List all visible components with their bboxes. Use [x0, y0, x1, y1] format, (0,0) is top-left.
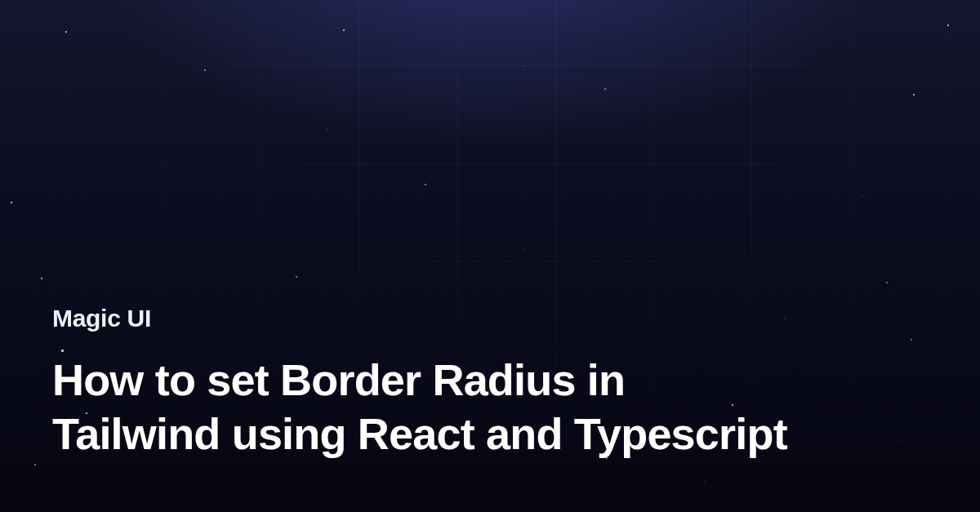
page-title: How to set Border Radius in Tailwind usi… [52, 354, 787, 461]
hero-content: Magic UI How to set Border Radius in Tai… [52, 305, 787, 461]
brand-label: Magic UI [52, 305, 787, 332]
